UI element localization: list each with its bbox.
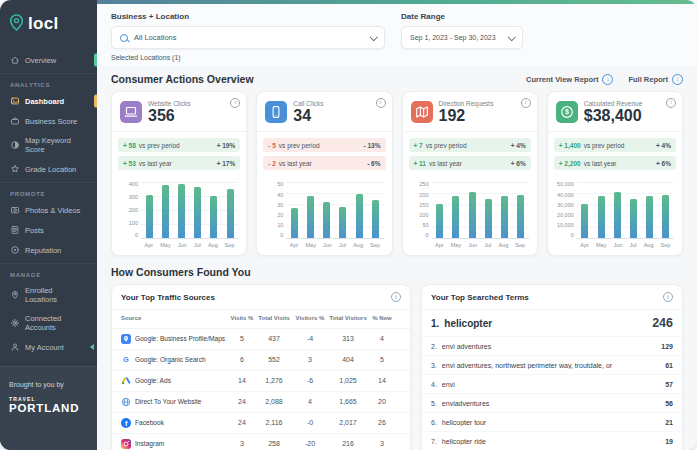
dashboard-icon <box>10 96 20 106</box>
bar-chart-website-clicks: 4003002001000AprMayJunJulAugSep <box>112 176 246 255</box>
sidebar-item-photos-videos[interactable]: Photos & Videos <box>0 200 97 220</box>
metric-cards-row: Website Clicks356i+ 58vs prev period+ 19… <box>111 91 683 256</box>
sidebar-item-my-account[interactable]: My Account <box>0 337 97 357</box>
x-tick: May <box>306 242 316 248</box>
posts-icon <box>10 225 20 235</box>
y-tick: 300 <box>116 195 138 200</box>
sidebar-item-label: Dashboard <box>25 97 64 106</box>
sidebar-item-reputation[interactable]: Reputation <box>0 240 97 260</box>
source-label: Facebook <box>135 419 164 426</box>
x-tick: May <box>160 242 170 248</box>
sidebar-item-dashboard[interactable]: Dashboard <box>0 91 97 111</box>
value-cell: 4 <box>369 335 395 342</box>
sidebar-item-connected-accounts[interactable]: Connected Accounts <box>0 309 97 337</box>
traffic-table-body: Google: Business Profile/Maps5437-43134G… <box>112 329 410 450</box>
sidebar-item-posts[interactable]: Posts <box>0 220 97 240</box>
website-icon <box>120 101 142 123</box>
svg-text:$: $ <box>565 109 569 117</box>
term-text: enviadventures <box>442 400 660 407</box>
table-row: fFacebook242,116-02,01726 <box>112 413 410 434</box>
bar-jun <box>323 202 330 238</box>
info-icon[interactable]: i <box>230 98 240 108</box>
full-report-link[interactable]: Full Report ↓ <box>628 74 683 85</box>
y-tick: 10 <box>261 223 283 228</box>
stat-percent: + 6% <box>511 160 526 167</box>
stat-text: vs prev period <box>279 142 320 149</box>
term-text: helicopter <box>444 318 647 329</box>
grade-icon <box>10 164 20 174</box>
value-cell: 20 <box>369 398 395 405</box>
value-cell: 1,276 <box>257 377 291 384</box>
stat-text: vs last year <box>279 160 312 167</box>
collapse-sidebar-icon[interactable] <box>90 344 94 350</box>
sidebar-item-business-score[interactable]: Business Score <box>0 111 97 131</box>
current-view-report-link[interactable]: Current View Report ↓ <box>526 74 613 85</box>
y-tick: 100 <box>116 221 138 226</box>
info-icon[interactable]: i <box>391 292 401 302</box>
stat-pill: - 5vs prev period- 13% <box>263 138 385 152</box>
briefcase-icon <box>10 116 20 126</box>
metric-value: $38,400 <box>584 108 643 124</box>
date-range-select[interactable]: Sep 1, 2023 - Sep 30, 2023 <box>401 26 523 49</box>
y-tick: 50,000 <box>552 182 574 187</box>
term-count: 246 <box>652 316 673 330</box>
stat-percent: - 13% <box>364 142 381 149</box>
logo-text: locl <box>28 14 59 34</box>
list-item: 5.enviadventures56 <box>422 394 682 413</box>
y-tick: 200 <box>407 193 429 198</box>
map-icon <box>411 101 433 123</box>
stat-delta: + 53 <box>123 160 136 167</box>
bar-jun <box>614 192 621 238</box>
location-select[interactable]: All Locations <box>111 26 385 49</box>
x-tick: Aug <box>498 242 508 248</box>
source-cell: fFacebook <box>121 418 227 428</box>
bar-jul <box>630 199 637 238</box>
bar-jul <box>194 187 201 238</box>
plot-area <box>432 182 529 239</box>
table-row: GGoogle: Organic Search655234045 <box>112 350 410 371</box>
info-icon[interactable]: i <box>376 98 386 108</box>
term-text: helicopter tour <box>442 419 660 426</box>
traffic-table-header: SourceVisits %Total VisitsVisitors %Tota… <box>112 310 410 329</box>
dollar-icon: $ <box>556 101 578 123</box>
stat-percent: + 4% <box>511 142 526 149</box>
date-range-field: Date Range Sep 1, 2023 - Sep 30, 2023 <box>401 12 523 61</box>
sidebar-item-overview[interactable]: Overview <box>0 50 97 70</box>
source-cell: Google: Ads <box>121 376 227 386</box>
term-count: 21 <box>665 419 673 426</box>
sidebar-item-enrolled-locations[interactable]: Enrolled Locations <box>0 281 97 309</box>
value-cell: 1,665 <box>329 398 367 405</box>
x-tick: Jun <box>178 242 187 248</box>
y-tick: 50 <box>261 182 283 187</box>
value-cell: 258 <box>257 440 291 447</box>
list-item: 2.envi adventures129 <box>422 337 682 356</box>
term-count: 129 <box>661 343 673 350</box>
sidebar-nav: OverviewANALYTICSDashboardBusiness Score… <box>0 48 97 360</box>
full-report-label: Full Report <box>628 75 668 84</box>
y-tick: 10,000 <box>552 223 574 228</box>
info-icon[interactable]: i <box>663 292 673 302</box>
info-icon[interactable]: i <box>521 98 531 108</box>
stat-pill: + 53vs last year+ 17% <box>118 156 240 170</box>
term-text: envi <box>442 381 660 388</box>
value-cell: 1,025 <box>329 377 367 384</box>
home-icon <box>10 55 20 65</box>
logo[interactable]: locl <box>0 0 97 48</box>
sidebar-item-map-keyword-score[interactable]: Map Keyword Score <box>0 131 97 159</box>
y-tick: 0 <box>116 233 138 238</box>
term-rank: 1. <box>431 318 439 329</box>
metric-label: Call Clicks <box>293 100 323 107</box>
table-row: Direct To Your Website242,08841,66520 <box>112 392 410 413</box>
bar-apr <box>436 204 443 239</box>
source-cell: GGoogle: Organic Search <box>121 355 227 365</box>
sidebar-item-label: Map Keyword Score <box>25 136 83 154</box>
bar-apr <box>581 204 588 239</box>
x-tick: Jun <box>614 242 623 248</box>
value-cell: 6 <box>229 356 255 363</box>
sidebar-item-grade-location[interactable]: Grade Location <box>0 159 97 179</box>
bar-sep <box>372 200 379 238</box>
plot-area <box>577 182 674 239</box>
stat-percent: + 6% <box>656 160 671 167</box>
info-icon[interactable]: i <box>666 98 676 108</box>
value-cell: 3 <box>229 440 255 447</box>
